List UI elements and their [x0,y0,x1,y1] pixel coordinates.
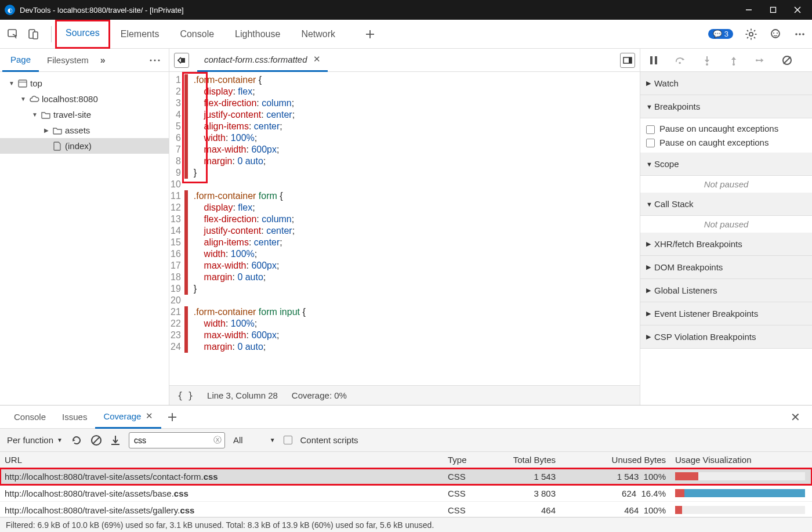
pretty-print-icon[interactable]: { } [177,390,193,401]
window-titlebar: ◐ DevTools - localhost:8080/travel-site/… [0,0,812,20]
main-tab-lighthouse[interactable]: Lighthouse [224,20,291,49]
coverage-filter-input[interactable] [129,432,225,448]
drawer-tab-coverage[interactable]: Coverage ✕ [95,406,161,429]
close-drawer-tab-icon[interactable]: ✕ [146,411,153,421]
editor-tab-label: contact-form.css:formatted [204,55,307,64]
coverage-header[interactable]: Usage Visualization [670,455,812,465]
issues-badge[interactable]: 💬 3 [708,29,733,39]
svg-rect-1 [771,8,776,13]
svg-line-17 [747,37,748,38]
svg-line-15 [754,37,755,38]
main-tab-console[interactable]: Console [169,20,224,49]
pause-icon[interactable] [648,55,659,66]
add-tab-button[interactable] [363,27,377,41]
drawer-add-tab-button[interactable] [167,412,177,422]
svg-line-46 [93,437,100,444]
debug-toolbar [640,49,812,72]
deactivate-breakpoints-icon[interactable] [782,55,792,66]
tree-item[interactable]: (index) [0,138,169,154]
breakpoint-option[interactable]: Pause on uncaught exceptions [646,122,806,136]
svg-line-42 [784,57,791,64]
coverage-header[interactable]: Total Bytes [493,455,560,465]
coverage-mode-select[interactable]: Per function▼ [7,435,63,445]
device-icon[interactable] [27,27,41,41]
export-icon[interactable] [110,435,121,446]
drawer-tab-issues[interactable]: Issues [54,406,95,429]
clear-icon[interactable] [90,435,102,446]
main-tab-network[interactable]: Network [291,20,346,49]
svg-rect-6 [33,32,38,39]
svg-point-22 [799,33,801,35]
step-over-icon[interactable] [675,55,686,66]
main-tab-elements[interactable]: Elements [110,20,170,49]
main-toolbar: SourcesElementsConsoleLighthouseNetwork … [0,20,812,49]
settings-icon[interactable] [745,28,757,41]
debug-section-event-listener-breakpoints[interactable]: ▶Event Listener Breakpoints [640,302,812,325]
coverage-header[interactable]: URL [0,455,443,465]
sidebar-more-icon[interactable] [149,59,161,62]
debug-section-csp-violation-breakpoints[interactable]: ▶CSP Violation Breakpoints [640,325,812,349]
tree-item[interactable]: ▼travel-site [0,107,169,122]
drawer-tab-console[interactable]: Console [6,406,54,429]
step-into-icon[interactable] [702,55,712,66]
minimize-button[interactable] [745,6,753,14]
navigator-tab-page[interactable]: Page [2,49,39,72]
breakpoint-option[interactable]: Pause on caught exceptions [646,136,806,150]
debug-section-call-stack[interactable]: ▼Call Stack [640,193,812,216]
step-icon[interactable] [755,55,766,66]
feedback-icon[interactable] [769,28,782,41]
svg-point-40 [756,59,758,61]
highlight-annotation [182,72,208,183]
sidebar-overflow-icon[interactable]: » [100,55,106,66]
debug-section-dom-breakpoints[interactable]: ▶DOM Breakpoints [640,256,812,279]
main-tab-sources[interactable]: Sources [55,20,110,49]
window-title: DevTools - localhost:8080/travel-site/ -… [20,6,745,15]
clear-filter-icon[interactable]: ⓧ [213,435,222,446]
svg-point-38 [733,63,735,66]
svg-point-24 [150,59,151,61]
svg-point-18 [771,30,780,38]
coverage-row[interactable]: http://localhost:8080/travel-site/assets… [0,502,812,519]
coverage-row[interactable]: http://localhost:8080/travel-site/assets… [0,485,812,502]
svg-point-21 [795,33,798,35]
debugger-panel: ▶Watch▼BreakpointsPause on uncaught exce… [640,49,812,405]
svg-rect-32 [650,56,652,64]
debug-section-breakpoints[interactable]: ▼Breakpoints [640,95,812,118]
svg-point-36 [706,63,708,66]
svg-point-19 [773,32,774,34]
tree-item[interactable]: ▶assets [0,122,169,138]
code-editor[interactable]: 123456789101112131415161718192021222324 … [169,72,640,385]
tree-item[interactable]: ▼localhost:8080 [0,91,169,107]
close-tab-icon[interactable]: ✕ [313,54,321,64]
maximize-button[interactable] [769,6,777,14]
navigator-panel: PageFilesystem » ▼top▼localhost:8080▼tra… [0,49,169,405]
nav-back-button[interactable] [174,53,189,68]
debug-section-xhr-fetch-breakpoints[interactable]: ▶XHR/fetch Breakpoints [640,233,812,256]
debug-section-global-listeners[interactable]: ▶Global Listeners [640,279,812,302]
debug-section-scope[interactable]: ▼Scope [640,153,812,176]
close-button[interactable] [793,6,802,14]
reload-icon[interactable] [71,435,82,446]
debug-section-body: Not paused [640,176,812,193]
coverage-header[interactable]: Type [443,455,493,465]
svg-point-26 [158,59,160,61]
coverage-header[interactable]: Unused Bytes [560,455,670,465]
step-out-icon[interactable] [728,55,739,66]
tree-item[interactable]: ▼top [0,75,169,91]
content-scripts-toggle[interactable]: Content scripts [284,435,358,445]
editor-tab[interactable]: contact-form.css:formatted ✕ [197,49,328,72]
toggle-sidebar-button[interactable] [620,53,635,68]
cursor-position: Line 3, Column 28 [207,390,278,400]
coverage-row[interactable]: http://localhost:8080/travel-site/assets… [0,468,812,485]
coverage-type-select[interactable]: All▼ [233,435,276,445]
inspect-icon[interactable] [6,27,20,41]
svg-rect-27 [19,80,27,87]
coverage-statusbar: Filtered: 6.9 kB of 10.0 kB (69%) used s… [0,517,812,532]
file-tree[interactable]: ▼top▼localhost:8080▼travel-site▶assets(i… [0,72,169,405]
drawer-panel: ConsoleIssuesCoverage ✕ ✕ Per function▼ … [0,405,812,532]
svg-line-14 [747,30,748,31]
debug-section-watch[interactable]: ▶Watch [640,72,812,95]
navigator-tab-filesystem[interactable]: Filesystem [39,49,97,72]
more-icon[interactable] [793,28,806,41]
drawer-close-icon[interactable]: ✕ [785,410,806,424]
